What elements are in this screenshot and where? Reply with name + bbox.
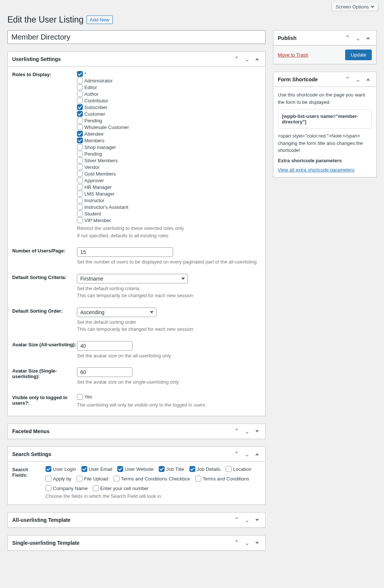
search-field-option: User Website — [117, 466, 154, 472]
checkbox[interactable] — [77, 131, 83, 137]
update-button[interactable]: Update — [345, 50, 372, 60]
role-option: Instructor — [77, 197, 261, 203]
chevron-up-icon[interactable]: ⌃ — [344, 76, 351, 83]
checkbox[interactable] — [77, 211, 83, 217]
checkbox[interactable] — [114, 476, 119, 482]
avatar-single-input[interactable] — [77, 367, 132, 377]
checkbox[interactable] — [46, 466, 51, 472]
checkbox[interactable] — [46, 485, 51, 491]
role-option: Wholesale Customer — [77, 124, 261, 130]
checkbox[interactable] — [93, 485, 99, 491]
sort-criteria-label: Default Sorting Criteria: — [12, 274, 77, 280]
caret-down-icon[interactable] — [253, 428, 261, 435]
checkbox[interactable] — [77, 177, 83, 183]
role-label: Subscriber — [84, 105, 107, 110]
visible-logged-checkbox[interactable] — [77, 394, 83, 400]
checkbox[interactable] — [77, 137, 83, 143]
role-option: Vendor — [77, 164, 261, 170]
role-label: Instructor's Assistant — [84, 204, 128, 210]
chevron-down-icon[interactable]: ⌄ — [243, 516, 250, 524]
chevron-up-icon[interactable]: ⌃ — [233, 516, 240, 524]
role-label: Student — [84, 211, 101, 217]
chevron-down-icon[interactable]: ⌄ — [243, 451, 250, 458]
chevron-down-icon[interactable]: ⌄ — [243, 428, 250, 435]
view-all-parameters-link[interactable]: View all extra shortcode parameters — [278, 167, 354, 173]
checkbox[interactable] — [226, 466, 232, 472]
caret-up-icon[interactable] — [253, 55, 261, 63]
role-option: Instructor's Assistant — [77, 204, 261, 210]
checkbox[interactable] — [77, 71, 83, 77]
form-title-input[interactable] — [7, 30, 266, 44]
chevron-down-icon[interactable]: ⌄ — [243, 55, 250, 63]
sort-criteria-select[interactable]: Firstname — [77, 274, 188, 283]
checkbox[interactable] — [77, 157, 83, 163]
panel-title: Form Shortcode — [278, 77, 318, 82]
checkbox[interactable] — [46, 476, 51, 482]
checkbox[interactable] — [77, 204, 83, 210]
checkbox[interactable] — [77, 104, 83, 110]
chevron-up-icon[interactable]: ⌃ — [233, 55, 240, 63]
checkbox[interactable] — [77, 476, 82, 482]
caret-up-icon[interactable] — [253, 451, 261, 458]
sort-order-select[interactable]: Ascending — [77, 307, 156, 317]
checkbox[interactable] — [77, 124, 83, 130]
search-field-label: Terms and Conditions Checkbox — [121, 476, 190, 482]
role-option: Student — [77, 211, 261, 217]
search-field-option: Terms and Conditions Checkbox — [114, 476, 190, 482]
checkbox[interactable] — [77, 78, 83, 84]
role-label: Gold Members — [84, 171, 116, 177]
checkbox[interactable] — [117, 466, 123, 472]
userlisting-settings-panel: Userlisting Settings ⌃ ⌄ Roles to Displa… — [7, 51, 266, 416]
role-option: VIP Member — [77, 217, 261, 223]
role-label: Pending — [84, 118, 102, 123]
chevron-up-icon[interactable]: ⌃ — [233, 451, 240, 458]
role-option: Customer — [77, 111, 261, 117]
checkbox[interactable] — [77, 217, 83, 223]
search-field-label: Location — [233, 466, 251, 472]
checkbox[interactable] — [77, 118, 83, 123]
role-option: Author — [77, 91, 261, 97]
checkbox[interactable] — [77, 98, 83, 103]
checkbox[interactable] — [159, 466, 165, 472]
users-per-page-input[interactable] — [77, 247, 173, 257]
checkbox[interactable] — [77, 197, 83, 203]
role-label: Members — [84, 138, 104, 143]
role-option: Administrator — [77, 78, 261, 84]
single-template-panel: Single-userlisting Template ⌃ ⌄ — [7, 535, 266, 551]
checkbox[interactable] — [81, 466, 87, 472]
caret-down-icon[interactable] — [253, 516, 261, 524]
checkbox[interactable] — [77, 144, 83, 150]
caret-up-icon[interactable] — [364, 76, 372, 83]
chevron-down-icon[interactable]: ⌄ — [354, 76, 361, 83]
checkbox[interactable] — [77, 164, 83, 170]
move-to-trash-link[interactable]: Move to Trash — [278, 52, 308, 58]
search-field-option: User Login — [46, 466, 76, 472]
checkbox[interactable] — [77, 171, 83, 177]
checkbox[interactable] — [77, 151, 83, 157]
screen-options-button[interactable]: Screen Options — [331, 3, 378, 11]
checkbox[interactable] — [77, 111, 83, 117]
caret-up-icon[interactable] — [364, 34, 372, 42]
shortcode-extra: Extra shortcode parameters — [278, 157, 372, 164]
panel-title: Faceted Menus — [12, 428, 50, 434]
avatar-single-label: Avatar Size (Single-userlisting): — [12, 367, 77, 379]
chevron-down-icon[interactable]: ⌄ — [243, 539, 250, 547]
search-field-option: Apply by — [46, 476, 71, 482]
role-label: Editor — [84, 85, 97, 90]
shortcode-code[interactable]: [wppb-list-users name="member-directory"… — [278, 109, 372, 129]
checkbox[interactable] — [77, 91, 83, 97]
chevron-down-icon[interactable]: ⌄ — [354, 34, 361, 42]
chevron-up-icon[interactable]: ⌃ — [233, 539, 240, 547]
checkbox[interactable] — [77, 191, 83, 197]
avatar-all-input[interactable] — [77, 341, 132, 351]
chevron-up-icon[interactable]: ⌃ — [344, 34, 351, 42]
checkbox[interactable] — [77, 184, 83, 190]
checkbox[interactable] — [189, 466, 195, 472]
role-label: HR Manager — [84, 184, 112, 190]
add-new-button[interactable]: Add New — [87, 16, 113, 24]
caret-down-icon[interactable] — [253, 539, 261, 547]
checkbox[interactable] — [77, 84, 83, 90]
checkbox[interactable] — [195, 476, 201, 482]
chevron-up-icon[interactable]: ⌃ — [233, 428, 240, 435]
roles-label: Roles to Display: — [12, 71, 77, 77]
